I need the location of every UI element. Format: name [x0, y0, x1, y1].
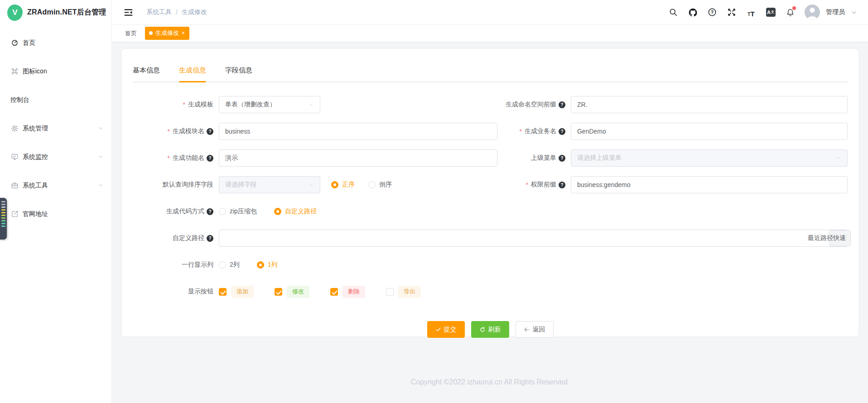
checkbox-export: 导出 [386, 286, 421, 298]
tab-gen-edit[interactable]: 生成修改 × [145, 27, 189, 40]
dashboard-icon [10, 39, 19, 47]
external-link-icon [10, 210, 19, 218]
sidebar-item-website[interactable]: 官网地址 [0, 200, 111, 228]
close-icon[interactable]: × [182, 30, 185, 36]
field-label: * 生成模板 [133, 101, 213, 109]
handle-stripe [1, 212, 5, 213]
refresh-icon [479, 326, 486, 333]
tab-basic-info[interactable]: 基本信息 [133, 66, 160, 82]
radio-one-column[interactable]: 1列 [257, 261, 278, 269]
arrow-left-icon [524, 326, 530, 333]
copyright: Copyright ©2022 izhaorui.cn All Rights R… [122, 378, 858, 386]
chevron-down-icon [98, 154, 103, 161]
help-circle-icon[interactable]: ? [559, 101, 565, 108]
checkbox[interactable] [275, 288, 282, 296]
checkbox-add: 添加 [219, 286, 254, 298]
function-name-input[interactable] [219, 149, 497, 167]
search-icon[interactable] [668, 7, 678, 17]
help-circle-icon[interactable]: ? [207, 155, 213, 162]
logo-icon: V [7, 5, 23, 21]
sidebar-item-label: 图标icon [23, 67, 47, 76]
sort-type-radio-group: 正序 倒序 [331, 181, 392, 189]
translate-icon[interactable]: A文 [766, 7, 776, 17]
breadcrumb-separator: / [176, 9, 178, 16]
perm-prefix-input[interactable] [571, 176, 848, 193]
checkbox-delete: 删除 [330, 286, 365, 298]
refresh-button[interactable]: 刷新 [471, 321, 509, 338]
github-icon[interactable] [688, 7, 698, 17]
monitor-icon [10, 153, 19, 161]
header: 系统工具 / 生成修改 ? TT [112, 0, 868, 25]
radio-sort-desc[interactable]: 倒序 [368, 181, 392, 189]
field-label: 默认查询排序字段 [133, 181, 213, 189]
tab-home[interactable]: 首页 [124, 28, 138, 39]
help-circle-icon[interactable]: ? [559, 155, 565, 162]
radio-two-columns[interactable]: 2列 [219, 261, 240, 269]
handle-stripe [1, 206, 5, 208]
tag-delete: 删除 [342, 286, 365, 298]
breadcrumb-item: 生成修改 [182, 8, 207, 16]
sidebar: V ZRAdmin.NET后台管理 首页 图标icon 控制台 [0, 0, 112, 403]
form-row: 显示按钮 添加 修改 [133, 283, 848, 300]
tab-field-info[interactable]: 字段信息 [225, 66, 252, 82]
tag-edit: 修改 [287, 286, 309, 298]
bell-icon[interactable] [785, 7, 795, 17]
sidebar-item-system-monitor[interactable]: 系统监控 [0, 143, 111, 171]
radio-custom-path[interactable]: 自定义路径 [274, 207, 317, 216]
checkbox[interactable] [330, 288, 338, 296]
gen-edit-card: 基本信息 生成信息 字段信息 * 生成模板 单表（增删改查） [122, 49, 858, 336]
app-logo[interactable]: V ZRAdmin.NET后台管理 [0, 0, 111, 25]
field-label: 显示按钮 [133, 288, 213, 296]
breadcrumb: 系统工具 / 生成修改 [146, 8, 207, 16]
main-area: 系统工具 / 生成修改 ? TT [112, 0, 868, 403]
sidebar-item-system-manage[interactable]: 系统管理 [0, 114, 111, 143]
breadcrumb-item[interactable]: 系统工具 [146, 8, 172, 16]
field-label: * 生成模块名 ? [133, 127, 213, 135]
namespace-prefix-input[interactable] [571, 96, 848, 113]
form-row: 生成代码方式 ? zip压缩包 自定义路径 [133, 203, 848, 220]
submit-button[interactable]: 提交 [427, 321, 465, 338]
fullscreen-icon[interactable] [727, 7, 737, 17]
log-drawer-handle[interactable] [0, 198, 7, 240]
module-name-input[interactable] [219, 123, 497, 140]
user-menu-chevron-icon[interactable] [849, 7, 859, 17]
help-circle-icon[interactable]: ? [559, 182, 565, 188]
handle-stripe [1, 225, 5, 227]
recent-path-label[interactable]: 最近路径快速 [808, 230, 846, 247]
help-icon[interactable]: ? [707, 7, 717, 17]
header-actions: ? TT A文 管理员 [668, 5, 859, 20]
sidebar-item-console[interactable]: 控制台 [0, 86, 111, 114]
back-button[interactable]: 返回 [516, 321, 554, 338]
radio-zip[interactable]: zip压缩包 [219, 207, 257, 216]
help-circle-icon[interactable]: ? [207, 128, 213, 135]
tab-gen-info[interactable]: 生成信息 [179, 66, 206, 82]
form-row: 一行显示列 2列 1列 [133, 256, 848, 273]
field-label: 上级菜单 ? [497, 154, 565, 162]
sidebar-item-system-tools[interactable]: 系统工具 [0, 171, 111, 200]
tag-export: 导出 [398, 286, 421, 298]
sidebar-collapse-icon[interactable] [124, 7, 134, 17]
help-circle-icon[interactable]: ? [207, 235, 213, 242]
radio-sort-asc[interactable]: 正序 [331, 181, 355, 189]
sort-field-select[interactable]: 请选择字段 [219, 176, 320, 193]
avatar[interactable] [805, 5, 820, 20]
custom-path-field: 最近路径快速 [219, 230, 848, 247]
sidebar-item-home[interactable]: 首页 [0, 29, 111, 57]
help-circle-icon[interactable]: ? [207, 208, 213, 215]
handle-stripe [1, 215, 5, 216]
sidebar-item-icons[interactable]: 图标icon [0, 57, 111, 86]
sidebar-item-label: 控制台 [10, 96, 29, 104]
business-name-input[interactable] [571, 123, 848, 140]
checkbox[interactable] [386, 288, 394, 296]
font-size-icon[interactable]: TT [746, 7, 756, 17]
field-label: 生成代码方式 ? [133, 207, 213, 216]
parent-menu-select[interactable]: 请选择上级菜单 [571, 149, 848, 167]
row-columns-radio-group: 2列 1列 [219, 261, 278, 269]
help-circle-icon[interactable]: ? [559, 128, 565, 135]
checkbox[interactable] [219, 288, 227, 296]
field-label: * 权限前缀 ? [497, 181, 565, 189]
handle-stripe [1, 201, 5, 202]
custom-path-input[interactable] [219, 230, 848, 247]
form-row: * 生成模块名 ? * 生成业务名 ? [133, 123, 848, 140]
gen-template-select[interactable]: 单表（增删改查） [219, 96, 320, 113]
